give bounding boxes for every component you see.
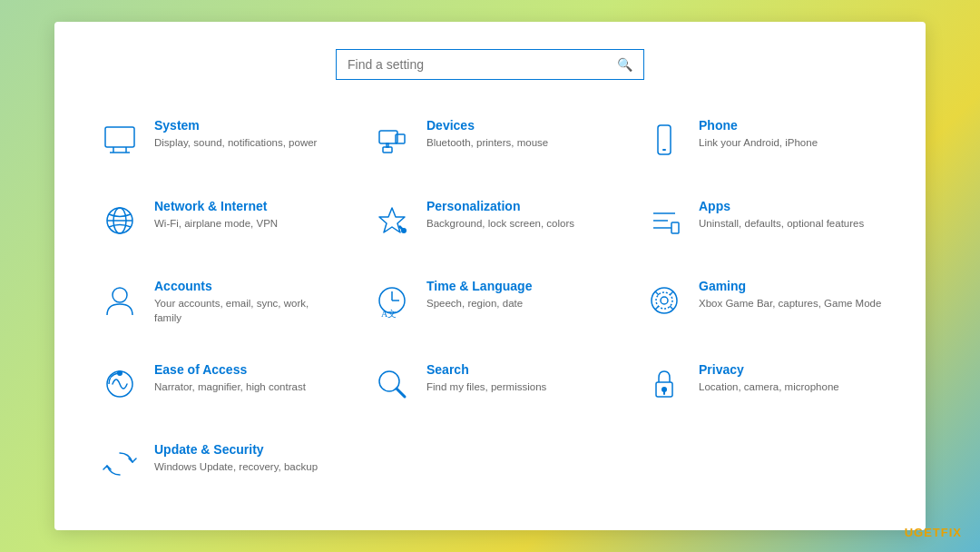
network-icon [98, 199, 142, 242]
setting-title-personalization: Personalization [426, 199, 574, 213]
privacy-icon [642, 362, 686, 406]
setting-item-search[interactable]: Search Find my files, permissions [363, 351, 617, 423]
personalization-icon [370, 199, 414, 242]
setting-title-devices: Devices [426, 118, 548, 133]
ease-icon [98, 362, 142, 406]
setting-desc-ease: Narrator, magnifier, high contrast [154, 380, 306, 394]
svg-line-27 [670, 291, 673, 295]
setting-desc-network: Wi-Fi, airplane mode, VPN [154, 216, 278, 231]
setting-item-system[interactable]: System Display, sound, notifications, po… [91, 107, 345, 179]
setting-item-accounts[interactable]: Accounts Your accounts, email, sync, wor… [91, 268, 345, 342]
setting-desc-privacy: Location, camera, microphone [699, 380, 839, 394]
setting-desc-personalization: Background, lock screen, colors [426, 216, 574, 231]
setting-text-gaming: Gaming Xbox Game Bar, captures, Game Mod… [699, 279, 881, 310]
phone-icon [642, 118, 686, 162]
setting-desc-phone: Link your Android, iPhone [699, 135, 818, 150]
devices-icon [370, 118, 414, 162]
setting-text-personalization: Personalization Background, lock screen,… [426, 199, 574, 231]
setting-title-ease: Ease of Access [154, 362, 306, 377]
setting-title-privacy: Privacy [699, 362, 839, 377]
setting-desc-gaming: Xbox Game Bar, captures, Game Mode [699, 296, 881, 310]
setting-text-privacy: Privacy Location, camera, microphone [699, 362, 839, 394]
svg-rect-7 [387, 143, 388, 147]
setting-desc-apps: Uninstall, defaults, optional features [699, 216, 864, 231]
setting-text-accounts: Accounts Your accounts, email, sync, wor… [154, 279, 338, 325]
setting-text-system: System Display, sound, notifications, po… [154, 118, 317, 150]
setting-desc-time: Speech, region, date [426, 296, 532, 310]
svg-line-29 [670, 306, 673, 310]
setting-text-time: Time & Language Speech, region, date [426, 279, 532, 310]
settings-window: 🔍 System Display, sound, notifications, … [54, 22, 926, 530]
setting-title-phone: Phone [699, 118, 818, 133]
svg-point-25 [661, 297, 668, 304]
apps-icon [642, 199, 686, 242]
svg-rect-4 [379, 131, 397, 143]
settings-grid: System Display, sound, notifications, po… [91, 107, 889, 503]
setting-title-network: Network & Internet [154, 199, 278, 213]
setting-item-phone[interactable]: Phone Link your Android, iPhone [635, 107, 889, 179]
gaming-icon [642, 279, 686, 322]
svg-rect-6 [383, 147, 392, 153]
search-bar[interactable]: 🔍 [336, 49, 644, 80]
time-icon: A文 [370, 279, 414, 322]
setting-text-network: Network & Internet Wi-Fi, airplane mode,… [154, 199, 278, 231]
setting-text-devices: Devices Bluetooth, printers, mouse [426, 118, 548, 150]
setting-item-ease[interactable]: Ease of Access Narrator, magnifier, high… [91, 351, 345, 423]
setting-item-apps[interactable]: Apps Uninstall, defaults, optional featu… [635, 188, 889, 260]
setting-item-privacy[interactable]: Privacy Location, camera, microphone [635, 351, 889, 423]
system-icon [98, 118, 142, 162]
svg-text:A文: A文 [381, 309, 397, 319]
setting-text-update: Update & Security Windows Update, recove… [154, 442, 318, 474]
search-icon: 🔍 [617, 57, 632, 72]
svg-line-26 [655, 291, 659, 295]
setting-item-personalization[interactable]: Personalization Background, lock screen,… [363, 188, 617, 260]
setting-title-gaming: Gaming [699, 279, 881, 293]
setting-title-search: Search [426, 362, 546, 377]
svg-rect-0 [105, 127, 134, 147]
setting-title-accounts: Accounts [154, 279, 338, 293]
svg-rect-17 [671, 222, 679, 233]
setting-title-apps: Apps [699, 199, 864, 213]
svg-line-33 [397, 389, 405, 397]
svg-point-13 [401, 228, 407, 233]
setting-text-search: Search Find my files, permissions [426, 362, 546, 394]
setting-desc-system: Display, sound, notifications, power [154, 135, 317, 150]
setting-desc-search: Find my files, permissions [426, 380, 546, 394]
search-bar-container: 🔍 [91, 49, 889, 80]
search-icon [370, 362, 414, 406]
setting-text-apps: Apps Uninstall, defaults, optional featu… [699, 199, 864, 231]
setting-item-devices[interactable]: Devices Bluetooth, printers, mouse [363, 107, 617, 179]
setting-title-time: Time & Language [426, 279, 532, 293]
setting-item-network[interactable]: Network & Internet Wi-Fi, airplane mode,… [91, 188, 345, 260]
search-input[interactable] [348, 57, 617, 72]
setting-item-update[interactable]: Update & Security Windows Update, recove… [91, 431, 345, 503]
setting-desc-accounts: Your accounts, email, sync, work, family [154, 296, 338, 325]
svg-line-28 [655, 306, 659, 310]
accounts-icon [98, 279, 142, 322]
setting-item-gaming[interactable]: Gaming Xbox Game Bar, captures, Game Mod… [635, 268, 889, 342]
setting-text-ease: Ease of Access Narrator, magnifier, high… [154, 362, 306, 394]
svg-point-18 [113, 288, 127, 302]
setting-item-time[interactable]: A文 Time & Language Speech, region, date [363, 268, 617, 342]
setting-desc-update: Windows Update, recovery, backup [154, 459, 318, 474]
update-icon [98, 442, 142, 486]
watermark: UGETFIX [905, 526, 962, 539]
setting-title-update: Update & Security [154, 442, 318, 457]
setting-desc-devices: Bluetooth, printers, mouse [426, 135, 548, 150]
setting-title-system: System [154, 118, 317, 133]
setting-text-phone: Phone Link your Android, iPhone [699, 118, 818, 150]
